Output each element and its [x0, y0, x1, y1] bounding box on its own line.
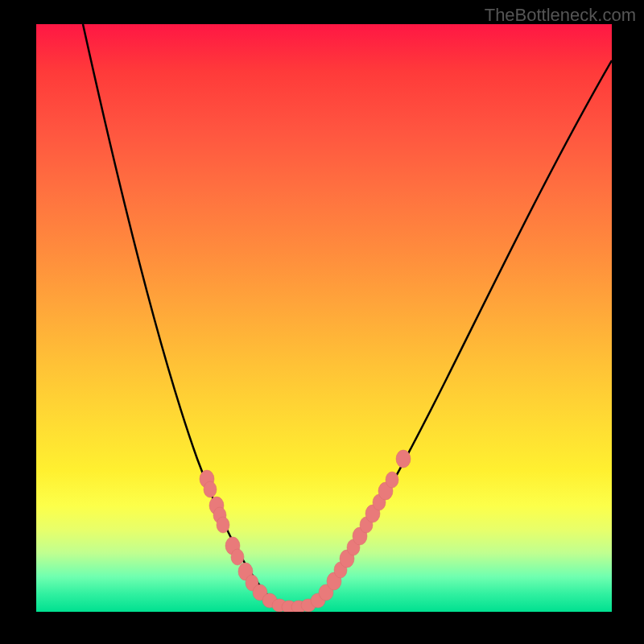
chart-container: TheBottleneck.com: [0, 0, 644, 644]
bottleneck-curve: [83, 24, 612, 607]
curve-overlay: [36, 24, 612, 612]
svg-point-26: [386, 472, 398, 488]
svg-point-4: [217, 517, 229, 533]
svg-point-27: [396, 450, 411, 468]
left-bead-cluster: [200, 470, 316, 612]
plot-area: [36, 24, 612, 612]
right-bead-cluster: [311, 450, 411, 608]
svg-point-1: [204, 481, 217, 497]
watermark-text: TheBottleneck.com: [485, 5, 636, 26]
svg-point-6: [231, 549, 244, 565]
